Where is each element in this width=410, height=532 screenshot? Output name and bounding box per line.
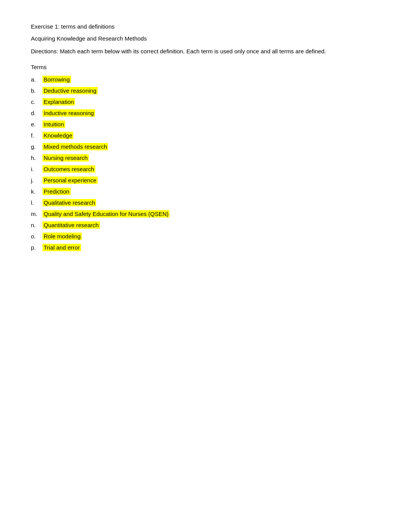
terms-label: Terms xyxy=(31,64,379,70)
term-text: Nursing research xyxy=(42,154,89,161)
list-item: n.Quantitative research xyxy=(31,221,379,229)
term-letter: l. xyxy=(31,199,42,206)
list-item: h.Nursing research xyxy=(31,154,379,161)
term-text: Trial and error xyxy=(42,244,81,251)
list-item: a.Borrowing xyxy=(31,76,379,83)
term-text: Inductive reasoning xyxy=(42,109,95,117)
term-text: Knowledge xyxy=(42,132,73,139)
term-letter: n. xyxy=(31,222,42,228)
term-text: Explanation xyxy=(42,98,75,105)
term-letter: a. xyxy=(31,76,42,83)
list-item: m.Quality and Safety Education for Nurse… xyxy=(31,210,379,218)
term-text: Outcomes research xyxy=(42,165,95,173)
term-letter: i. xyxy=(31,166,42,172)
list-item: f.Knowledge xyxy=(31,132,379,139)
list-item: c.Explanation xyxy=(31,98,379,105)
term-letter: c. xyxy=(31,99,42,105)
list-item: k.Prediction xyxy=(31,188,379,195)
term-letter: m. xyxy=(31,211,42,217)
term-letter: g. xyxy=(31,143,42,150)
term-letter: k. xyxy=(31,188,42,195)
list-item: g.Mixed methods research xyxy=(31,143,379,150)
term-text: Personal experience xyxy=(42,177,98,184)
term-text: Role modeling xyxy=(42,233,82,240)
list-item: d.Inductive reasoning xyxy=(31,109,379,117)
list-item: e.Intuition xyxy=(31,121,379,128)
list-item: j.Personal experience xyxy=(31,177,379,184)
exercise-title: Exercise 1: terms and definitions xyxy=(31,23,379,30)
list-item: o.Role modeling xyxy=(31,233,379,240)
directions: Directions: Match each term below with i… xyxy=(31,47,379,56)
term-letter: f. xyxy=(31,132,42,139)
term-text: Quantitative research xyxy=(42,221,100,229)
term-text: Quality and Safety Education for Nurses … xyxy=(42,210,169,218)
term-text: Intuition xyxy=(42,121,65,128)
list-item: p.Trial and error xyxy=(31,244,379,251)
term-text: Qualitative research xyxy=(42,199,96,206)
term-letter: o. xyxy=(31,233,42,240)
term-letter: h. xyxy=(31,155,42,161)
term-letter: d. xyxy=(31,110,42,116)
subtitle: Acquiring Knowledge and Research Methods xyxy=(31,35,379,42)
term-letter: b. xyxy=(31,87,42,94)
term-text: Prediction xyxy=(42,188,71,195)
term-text: Mixed methods research xyxy=(42,143,108,150)
list-item: l.Qualitative research xyxy=(31,199,379,206)
term-letter: e. xyxy=(31,121,42,127)
term-letter: p. xyxy=(31,244,42,251)
list-item: b.Deductive reasoning xyxy=(31,87,379,94)
term-text: Borrowing xyxy=(42,76,71,83)
term-text: Deductive reasoning xyxy=(42,87,98,94)
list-item: i.Outcomes research xyxy=(31,165,379,173)
terms-list: a.Borrowingb.Deductive reasoningc.Explan… xyxy=(31,76,379,251)
term-letter: j. xyxy=(31,177,42,184)
